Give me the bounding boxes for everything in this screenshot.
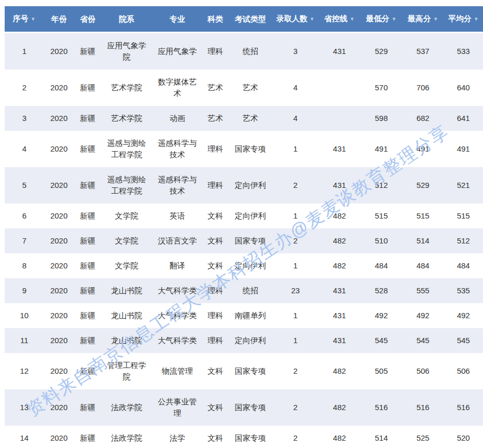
cell-max: 529: [402, 167, 444, 203]
cell-cutoff: 482: [319, 253, 361, 278]
cell-index: 6: [5, 203, 44, 228]
cell-max: 682: [402, 106, 444, 131]
cell-min: 514: [361, 426, 402, 448]
cell-avg: 491: [444, 131, 483, 167]
column-header-cutoff[interactable]: 省控线▼: [319, 6, 361, 33]
cell-province: 新疆: [74, 33, 102, 70]
table-row: 72020新疆文学院汉语言文学文科国家专项2482510514512: [5, 228, 483, 253]
cell-year: 2020: [44, 328, 74, 353]
cell-min: 516: [361, 389, 402, 426]
cell-major: 英语: [152, 203, 203, 228]
cell-province: 新疆: [74, 253, 102, 278]
cell-year: 2020: [44, 228, 74, 253]
cell-admitted: 1: [272, 203, 319, 228]
cell-subject: 理科: [203, 33, 228, 70]
column-header-examtype: 考试类型: [228, 6, 273, 33]
cell-examtype: 国家专项: [228, 131, 273, 167]
cell-province: 新疆: [74, 167, 102, 203]
cell-major: 动画: [152, 106, 203, 131]
cell-max: 506: [402, 353, 444, 389]
table-body: 12020新疆应用气象学院应用气象学理科统招343152953753322020…: [5, 33, 483, 448]
cell-max: 706: [402, 70, 444, 106]
cell-province: 新疆: [74, 426, 102, 448]
sort-arrow-icon[interactable]: ▼: [350, 16, 355, 22]
cell-max: 555: [402, 278, 444, 303]
cell-major: 法学: [152, 426, 203, 448]
sort-arrow-icon[interactable]: ▼: [433, 16, 438, 22]
cell-min: 492: [361, 303, 402, 328]
column-label: 年份: [51, 15, 67, 23]
cell-admitted: 4: [272, 106, 319, 131]
sort-arrow-icon[interactable]: ▼: [31, 16, 36, 22]
cell-examtype: 南疆单列: [228, 303, 273, 328]
cell-cutoff: 431: [319, 167, 361, 203]
cell-cutoff: 482: [319, 228, 361, 253]
cell-admitted: 4: [272, 70, 319, 106]
cell-year: 2020: [44, 253, 74, 278]
cell-avg: 533: [444, 33, 483, 70]
column-header-major: 专业: [152, 6, 203, 33]
column-label: 最高分: [408, 14, 431, 23]
table-row: 52020新疆遥感与测绘工程学院遥感科学与技术理科定向伊利24315125295…: [5, 167, 483, 203]
column-label: 录取人数: [277, 14, 308, 23]
column-header-avg[interactable]: 平均分▼: [444, 6, 483, 33]
column-header-max[interactable]: 最高分▼: [402, 6, 444, 33]
cell-cutoff: 431: [319, 278, 361, 303]
cell-subject: 文科: [203, 426, 228, 448]
cell-min: 512: [361, 167, 402, 203]
cell-admitted: 23: [272, 278, 319, 303]
cell-examtype: 艺术: [228, 106, 273, 131]
sort-arrow-icon[interactable]: ▼: [310, 16, 315, 22]
cell-subject: 文科: [203, 203, 228, 228]
cell-major: 遥感科学与技术: [152, 167, 203, 203]
cell-index: 7: [5, 228, 44, 253]
cell-province: 新疆: [74, 106, 102, 131]
cell-min: 529: [361, 33, 402, 70]
cell-department: 遥感与测绘工程学院: [101, 167, 152, 203]
table-row: 32020新疆艺术学院动画艺术艺术4598682641: [5, 106, 483, 131]
cell-major: 汉语言文学: [152, 228, 203, 253]
cell-subject: 艺术: [203, 70, 228, 106]
cell-min: 545: [361, 328, 402, 353]
table-row: 112020新疆龙山书院大气科学类理科定向伊利1431545545545: [5, 328, 483, 353]
column-header-index[interactable]: 序号▼: [5, 6, 44, 33]
cell-year: 2020: [44, 167, 74, 203]
cell-year: 2020: [44, 203, 74, 228]
cell-avg: 640: [444, 70, 483, 106]
column-header-min[interactable]: 最低分▼: [361, 6, 402, 33]
sort-arrow-icon[interactable]: ▼: [392, 16, 397, 22]
column-label: 省份: [80, 15, 95, 23]
cell-department: 法政学院: [101, 426, 152, 448]
cell-subject: 理科: [203, 328, 228, 353]
cell-subject: 文科: [203, 389, 228, 426]
cell-min: 505: [361, 353, 402, 389]
cell-avg: 506: [444, 353, 483, 389]
cell-avg: 512: [444, 228, 483, 253]
cell-department: 法政学院: [101, 389, 152, 426]
cell-avg: 641: [444, 106, 483, 131]
cell-province: 新疆: [74, 353, 102, 389]
column-header-department: 院系: [101, 6, 152, 33]
table-row: 132020新疆法政学院公共事业管理文科国家专项2482516516516: [5, 389, 483, 426]
cell-examtype: 定向伊利: [228, 328, 273, 353]
cell-subject: 文科: [203, 253, 228, 278]
cell-index: 9: [5, 278, 44, 303]
sort-arrow-icon[interactable]: ▼: [474, 16, 479, 22]
cell-subject: 文科: [203, 228, 228, 253]
column-header-admitted[interactable]: 录取人数▼: [272, 6, 319, 33]
cell-admitted: 2: [272, 228, 319, 253]
cell-index: 2: [5, 70, 44, 106]
cell-admitted: 2: [272, 167, 319, 203]
cell-avg: 521: [444, 167, 483, 203]
cell-index: 13: [5, 389, 44, 426]
table-row: 122020新疆管理工程学院物流管理文科国家专项2482505506506: [5, 353, 483, 389]
cell-year: 2020: [44, 426, 74, 448]
admission-scores-table: 序号▼年份省份院系专业科类考试类型录取人数▼省控线▼最低分▼最高分▼平均分▼ 1…: [5, 6, 483, 448]
cell-examtype: 定向伊利: [228, 167, 273, 203]
cell-year: 2020: [44, 70, 74, 106]
cell-min: 570: [361, 70, 402, 106]
cell-major: 公共事业管理: [152, 389, 203, 426]
table-row: 102020新疆龙山书院大气科学类理科南疆单列1431492492492: [5, 303, 483, 328]
cell-major: 遥感科学与技术: [152, 131, 203, 167]
cell-subject: 艺术: [203, 106, 228, 131]
